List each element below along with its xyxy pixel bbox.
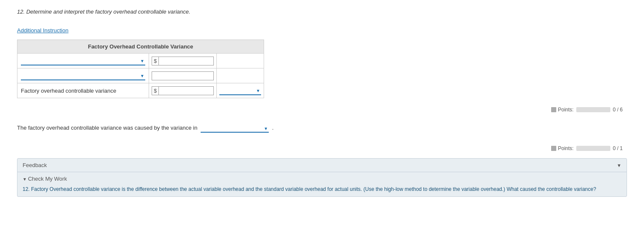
row3-label-cell: Factory overhead controllable variance	[17, 83, 149, 98]
sentence-suffix: .	[272, 125, 274, 131]
question-instruction: 12. Determine and interpret the factory …	[17, 9, 627, 15]
points-bar-2	[576, 146, 610, 151]
check-my-work-section: Check My Work 12. Factory Overhead contr…	[17, 172, 627, 196]
feedback-header[interactable]: Feedback ▼	[17, 159, 627, 172]
row1-dollar-sign: $	[152, 57, 159, 65]
row1-label-cell: Actual variable factory overhead Budgete…	[17, 54, 149, 68]
variance-table: Factory Overhead Controllable Variance A…	[17, 40, 264, 98]
sentence-variance-select[interactable]: variable overhead fixed overhead direct …	[201, 124, 269, 133]
points-icon-1	[551, 107, 556, 112]
check-my-work-title: Check My Work	[23, 176, 621, 182]
feedback-chevron-icon: ▼	[617, 163, 621, 168]
additional-instruction-link[interactable]: Additional Instruction	[17, 27, 69, 34]
points-value-2: 0 / 1	[613, 145, 623, 151]
table-row: Actual variable factory overhead Budgete…	[17, 68, 264, 83]
sentence-prefix: The factory overhead controllable varian…	[17, 125, 197, 131]
points-value-1: 0 / 6	[613, 107, 623, 113]
points-icon-2	[551, 146, 556, 151]
row2-status-cell	[217, 68, 264, 83]
row3-status-dropdown-wrapper: Favorable Unfavorable	[219, 86, 261, 95]
row2-label-select[interactable]: Actual variable factory overhead Budgete…	[21, 71, 145, 80]
row3-status-select[interactable]: Favorable Unfavorable	[219, 86, 261, 95]
points-label-1: Points:	[558, 107, 574, 113]
points-row-1: Points: 0 / 6	[17, 107, 627, 113]
row1-amount-wrapper: $	[152, 57, 214, 65]
table-row: Factory overhead controllable variance $…	[17, 83, 264, 98]
table-row: Actual variable factory overhead Budgete…	[17, 54, 264, 68]
row3-amount-input[interactable]	[159, 87, 213, 95]
feedback-title: Feedback	[23, 162, 47, 168]
row3-dollar-sign: $	[152, 87, 159, 95]
row2-amount-wrapper	[152, 71, 214, 80]
row2-amount-input[interactable]	[152, 72, 213, 80]
points-row-2: Points: 0 / 1	[17, 145, 627, 151]
row1-label-dropdown-wrapper: Actual variable factory overhead Budgete…	[21, 57, 145, 65]
row1-status-cell	[217, 54, 264, 68]
sentence-dropdown-wrapper: variable overhead fixed overhead direct …	[201, 124, 269, 133]
row2-amount-cell	[149, 68, 217, 83]
row3-amount-wrapper: $	[152, 86, 214, 95]
table-title: Factory Overhead Controllable Variance	[17, 40, 264, 54]
points-bar-1	[576, 107, 610, 112]
row3-status-cell: Favorable Unfavorable	[217, 83, 264, 98]
row3-amount-cell: $	[149, 83, 217, 98]
feedback-section: Feedback ▼ Check My Work 12. Factory Ove…	[17, 158, 627, 197]
points-label-2: Points:	[558, 145, 574, 151]
row3-static-label: Factory overhead controllable variance	[21, 88, 116, 94]
feedback-text: 12. Factory Overhead controllable varian…	[23, 185, 621, 193]
row2-label-dropdown-wrapper: Actual variable factory overhead Budgete…	[21, 71, 145, 80]
row1-amount-input[interactable]	[159, 57, 213, 65]
row1-label-select[interactable]: Actual variable factory overhead Budgete…	[21, 57, 145, 65]
row1-amount-cell: $	[149, 54, 217, 68]
sentence-section: The factory overhead controllable varian…	[17, 119, 627, 137]
row2-label-cell: Actual variable factory overhead Budgete…	[17, 68, 149, 83]
